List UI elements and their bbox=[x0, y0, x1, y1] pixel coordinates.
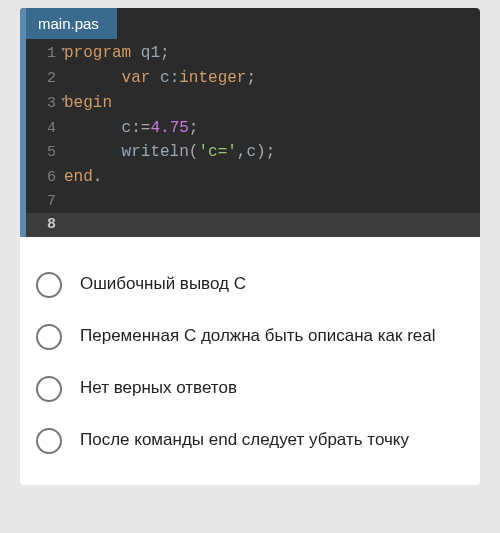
radio-icon[interactable] bbox=[36, 272, 62, 298]
line-number: 4 bbox=[26, 117, 64, 140]
answer-option[interactable]: После команды end следует убрать точку bbox=[34, 415, 466, 467]
code-line: 4 c:=4.75; bbox=[26, 116, 480, 141]
line-number: 1▾ bbox=[26, 42, 64, 65]
code-editor: main.pas 1▾program q1;2 var c:integer;3▾… bbox=[20, 8, 480, 237]
code-line: 3▾begin bbox=[26, 91, 480, 116]
code-line: 1▾program q1; bbox=[26, 41, 480, 66]
code-line: 6end. bbox=[26, 165, 480, 190]
code-line: 2 var c:integer; bbox=[26, 66, 480, 91]
line-number: 2 bbox=[26, 67, 64, 90]
answer-options: Ошибочный вывод СПеременная С должна быт… bbox=[20, 237, 480, 485]
line-number: 6 bbox=[26, 166, 64, 189]
code-content: writeln('c=',c); bbox=[64, 140, 275, 165]
code-content: c:=4.75; bbox=[64, 116, 198, 141]
quiz-card: main.pas 1▾program q1;2 var c:integer;3▾… bbox=[20, 8, 480, 485]
answer-label: Нет верных ответов bbox=[80, 377, 237, 400]
line-number: 5 bbox=[26, 141, 64, 164]
line-number: 8 bbox=[26, 213, 64, 236]
code-content: end. bbox=[64, 165, 102, 190]
radio-icon[interactable] bbox=[36, 428, 62, 454]
line-number: 7 bbox=[26, 190, 64, 213]
code-line: 7 bbox=[26, 190, 480, 213]
code-content: begin bbox=[64, 91, 112, 116]
answer-option[interactable]: Переменная С должна быть описана как rea… bbox=[34, 311, 466, 363]
code-area: 1▾program q1;2 var c:integer;3▾begin4 c:… bbox=[26, 39, 480, 236]
radio-icon[interactable] bbox=[36, 324, 62, 350]
code-content: program q1; bbox=[64, 41, 170, 66]
code-line: 8 bbox=[26, 213, 480, 236]
code-content: var c:integer; bbox=[64, 66, 256, 91]
answer-option[interactable]: Ошибочный вывод С bbox=[34, 259, 466, 311]
answer-option[interactable]: Нет верных ответов bbox=[34, 363, 466, 415]
answer-label: Переменная С должна быть описана как rea… bbox=[80, 325, 436, 348]
fold-marker-icon[interactable]: ▾ bbox=[61, 44, 66, 58]
answer-label: После команды end следует убрать точку bbox=[80, 429, 409, 452]
code-line: 5 writeln('c=',c); bbox=[26, 140, 480, 165]
fold-marker-icon[interactable]: ▾ bbox=[61, 94, 66, 108]
radio-icon[interactable] bbox=[36, 376, 62, 402]
editor-tab[interactable]: main.pas bbox=[26, 8, 117, 39]
editor-tab-bar: main.pas bbox=[26, 8, 480, 39]
line-number: 3▾ bbox=[26, 92, 64, 115]
editor-filename: main.pas bbox=[38, 15, 99, 32]
answer-label: Ошибочный вывод С bbox=[80, 273, 246, 296]
